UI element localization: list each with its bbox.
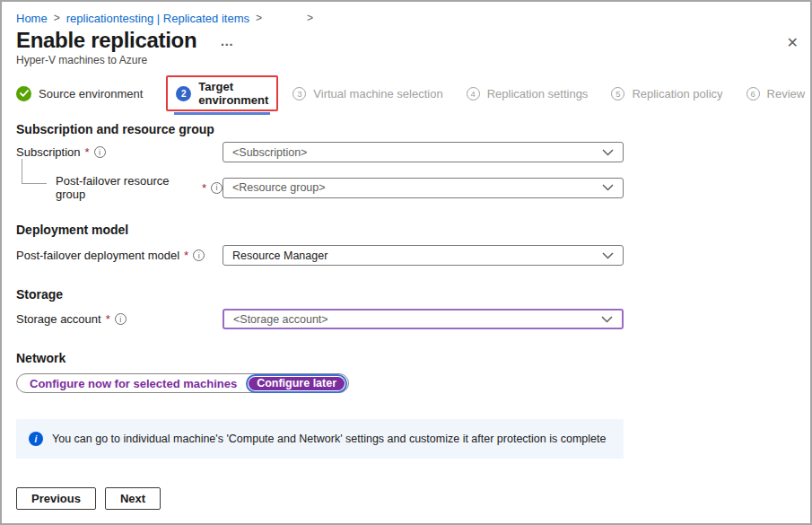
check-circle-icon	[16, 86, 31, 101]
step-label: Source environment	[39, 87, 143, 101]
info-icon[interactable]: i	[115, 313, 127, 325]
deployment-model-dropdown[interactable]: Resource Manager	[223, 245, 624, 266]
page-title: Enable replication	[16, 28, 196, 53]
deployment-model-dropdown-value: Resource Manager	[232, 249, 327, 262]
section-heading-subscription-group: Subscription and resource group	[16, 122, 796, 136]
breadcrumb: Home > replicationtesting | Replicated i…	[16, 11, 796, 25]
more-options-icon[interactable]: …	[220, 33, 234, 48]
required-marker: *	[184, 249, 188, 262]
configure-later-selected-ring: Configure later	[246, 374, 347, 393]
configure-now-option[interactable]: Configure now for selected machines	[17, 377, 246, 390]
chevron-down-icon	[602, 149, 614, 156]
storage-account-field-row: Storage account * i <Storage account>	[16, 309, 796, 329]
network-configure-toggle: Configure now for selected machines Conf…	[16, 373, 349, 393]
step-replication-policy[interactable]: 5 Replication policy	[611, 87, 722, 101]
step-number-icon: 2	[176, 86, 191, 101]
info-icon[interactable]: i	[193, 249, 205, 261]
step-replication-settings[interactable]: 4 Replication settings	[467, 87, 589, 101]
info-filled-icon: i	[29, 432, 43, 446]
subscription-dropdown-value: <Subscription>	[232, 146, 307, 159]
step-number-icon: 6	[747, 87, 760, 101]
tree-connector-line	[22, 159, 47, 184]
breadcrumb-replicated-items-link[interactable]: replicationtesting | Replicated items	[66, 12, 249, 25]
breadcrumb-home-link[interactable]: Home	[16, 12, 48, 25]
previous-button[interactable]: Previous	[16, 487, 96, 510]
required-marker: *	[85, 145, 90, 159]
chevron-down-icon	[601, 316, 613, 323]
step-label: Virtual machine selection	[313, 87, 442, 101]
step-label: Review	[767, 87, 806, 101]
step-number-icon: 4	[467, 87, 480, 101]
info-icon[interactable]: i	[211, 182, 223, 194]
subscription-field-row: Subscription * i <Subscription>	[16, 142, 796, 162]
step-virtual-machine-selection[interactable]: 3 Virtual machine selection	[292, 87, 442, 101]
section-heading-storage: Storage	[16, 287, 796, 302]
breadcrumb-separator: >	[54, 12, 60, 24]
wizard-footer: Previous Next	[16, 487, 161, 510]
section-heading-deployment-model: Deployment model	[16, 223, 796, 237]
storage-account-dropdown[interactable]: <Storage account>	[223, 309, 624, 329]
info-icon[interactable]: i	[94, 146, 106, 158]
subscription-label: Subscription	[16, 145, 81, 159]
step-number-icon: 3	[292, 87, 306, 101]
enable-replication-dialog: Home > replicationtesting | Replicated i…	[0, 0, 812, 525]
next-button[interactable]: Next	[105, 487, 161, 510]
configure-later-option[interactable]: Configure later	[249, 377, 345, 390]
info-banner-text: You can go to individual machine's 'Comp…	[52, 433, 606, 445]
info-banner: i You can go to individual machine's 'Co…	[16, 419, 624, 459]
required-marker: *	[202, 181, 206, 195]
step-review[interactable]: 6 Review	[747, 87, 806, 101]
subscription-dropdown[interactable]: <Subscription>	[223, 142, 624, 162]
breadcrumb-separator: >	[256, 12, 262, 24]
section-heading-network: Network	[16, 351, 796, 365]
resource-group-dropdown-value: <Resource group>	[232, 181, 326, 194]
required-marker: *	[106, 312, 110, 326]
step-label: Replication policy	[632, 87, 722, 101]
chevron-down-icon	[602, 184, 614, 191]
deployment-model-field-row: Post-failover deployment model * i Resou…	[16, 245, 796, 266]
step-source-environment[interactable]: Source environment	[16, 86, 143, 101]
chevron-down-icon	[602, 252, 614, 259]
storage-account-dropdown-value: <Storage account>	[233, 313, 328, 326]
step-target-environment[interactable]: 2 Target environment	[166, 75, 278, 111]
resource-group-field-row: Post-failover resource group * i <Resour…	[16, 174, 796, 201]
active-tab-underline	[174, 112, 270, 115]
deployment-model-label: Post-failover deployment model	[16, 249, 179, 262]
step-label: Replication settings	[487, 87, 589, 101]
breadcrumb-separator: >	[307, 12, 313, 24]
step-label: Target environment	[198, 80, 268, 107]
storage-account-label: Storage account	[16, 312, 101, 326]
resource-group-label: Post-failover resource group	[56, 174, 197, 201]
wizard-steps: Source environment 2 Target environment …	[16, 75, 796, 111]
resource-group-dropdown[interactable]: <Resource group>	[223, 178, 624, 198]
page-subtitle: Hyper-V machines to Azure	[16, 54, 796, 66]
close-icon[interactable]: ✕	[787, 36, 799, 50]
step-number-icon: 5	[611, 87, 624, 101]
